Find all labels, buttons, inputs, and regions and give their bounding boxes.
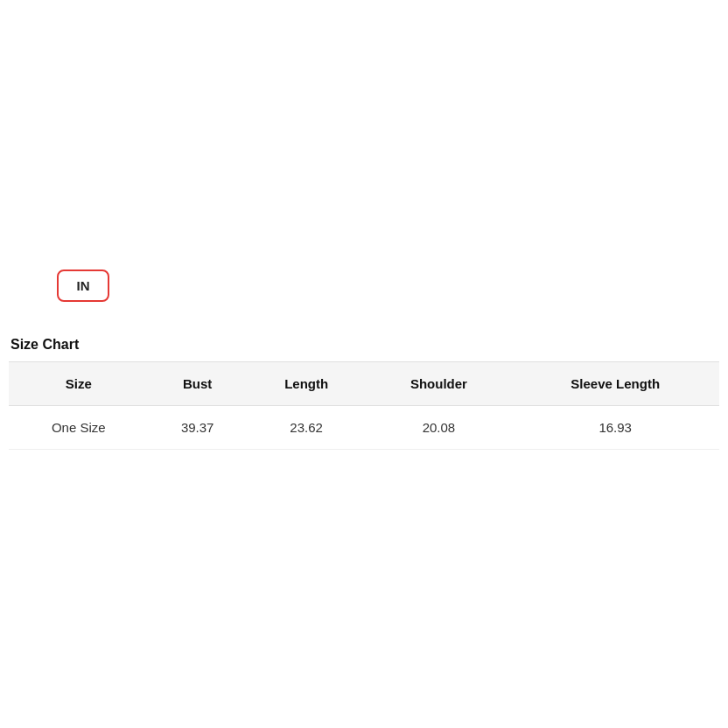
unit-toggle-button[interactable]: IN bbox=[57, 270, 109, 302]
size-chart-section: Size Chart Size Bust Length Shoulder Sle… bbox=[9, 337, 719, 450]
col-header-sleeve-length: Sleeve Length bbox=[511, 362, 719, 406]
size-chart-title: Size Chart bbox=[9, 337, 719, 353]
table-row: One Size 39.37 23.62 20.08 16.93 bbox=[9, 406, 719, 450]
cell-length: 23.62 bbox=[247, 406, 367, 450]
cell-shoulder: 20.08 bbox=[366, 406, 511, 450]
col-header-size: Size bbox=[9, 362, 148, 406]
col-header-shoulder: Shoulder bbox=[366, 362, 511, 406]
col-header-length: Length bbox=[247, 362, 367, 406]
size-table: Size Bust Length Shoulder Sleeve Length … bbox=[9, 361, 719, 450]
cell-size: One Size bbox=[9, 406, 148, 450]
cell-sleeve-length: 16.93 bbox=[511, 406, 719, 450]
cell-bust: 39.37 bbox=[148, 406, 246, 450]
col-header-bust: Bust bbox=[148, 362, 246, 406]
table-header-row: Size Bust Length Shoulder Sleeve Length bbox=[9, 362, 719, 406]
